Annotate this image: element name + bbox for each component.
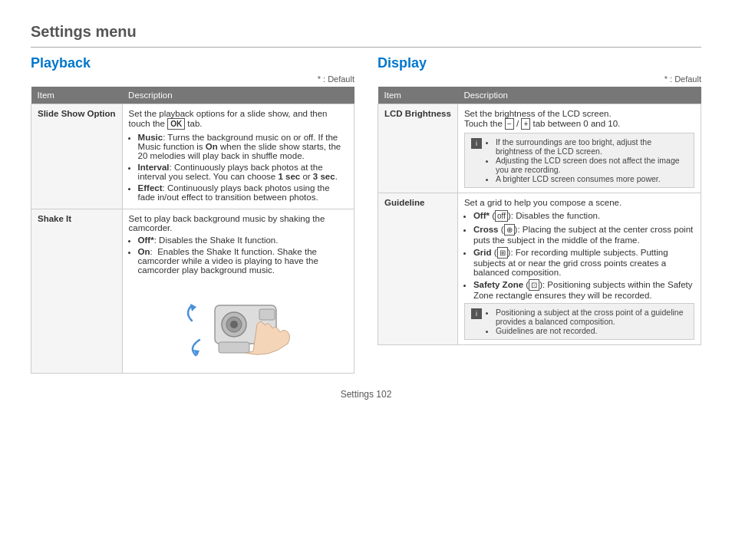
grid-icon: ⊞ [497,247,508,259]
display-col-description: Description [457,87,701,104]
list-item: Interval: Continuously plays back photos… [138,163,348,181]
list-item: Effect: Continuously plays back photos u… [138,183,348,202]
shake-it-description: Set to play back background music by sha… [122,209,354,374]
lcd-intro: Set the brightness of the LCD screen. [464,109,612,118]
list-item: Adjusting the LCD screen does not affect… [496,156,687,174]
page-footer: Settings 102 [31,389,701,400]
lcd-note-box: i If the surroundings are too bright, ad… [464,133,694,188]
table-row: Guideline Set a grid to help you compose… [378,193,701,345]
list-item: Off*: Disables the Shake It function. [138,236,348,245]
slide-show-bullets: Music: Turns the background music on or … [129,133,348,202]
safety-zone-icon: ⊡ [529,279,539,291]
shake-it-intro: Set to play back background music by sha… [129,214,325,232]
note-icon: i [471,308,482,319]
cross-icon: ⊕ [504,224,515,236]
guideline-note-list: Positioning a subject at the cross point… [486,308,687,335]
list-item: Cross (⊕): Placing the subject at the ce… [473,224,694,245]
tab-hint: tab between 0 and 10. [533,119,620,128]
lcd-note-list: If the surroundings are too bright, adju… [486,137,687,183]
guideline-note-box: i Positioning a subject at the cross poi… [464,303,694,340]
slide-show-intro: Set the playback options for a slide sho… [129,109,328,128]
playback-col-item: Item [31,87,123,104]
display-table: Item Description LCD Brightness Set the … [378,87,701,345]
slide-show-item: Slide Show Option [31,104,123,209]
off-icon: off [495,210,508,222]
lcd-brightness-item: LCD Brightness [378,104,458,193]
svg-rect-5 [219,342,249,353]
display-col-item: Item [378,87,458,104]
list-item: Off* (off): Disables the function. [473,210,694,222]
display-default-note: * : Default [378,74,701,84]
guideline-intro: Set a grid to help you compose a scene. [464,198,622,207]
playback-title: Playback [31,55,354,71]
svg-marker-6 [190,304,196,311]
guideline-bullets: Off* (off): Disables the function. Cross… [464,210,694,300]
list-item: Guidelines are not recorded. [496,326,687,335]
table-row: LCD Brightness Set the brightness of the… [378,104,701,193]
list-item: A brighter LCD screen consumes more powe… [496,174,687,183]
table-row: Shake It Set to play back background mus… [31,209,354,374]
list-item: Safety Zone (⊡): Positioning subjects wi… [473,279,694,300]
minus-icon: − [505,118,514,130]
lcd-brightness-description: Set the brightness of the LCD screen. To… [457,104,701,193]
camcorder-graphic [176,282,299,367]
slide-show-after-ok: tab. [187,119,202,128]
playback-default-note: * : Default [31,74,354,84]
playback-section: Playback * : Default Item Description Sl… [31,55,354,374]
guideline-description: Set a grid to help you compose a scene. … [457,193,701,345]
svg-point-3 [230,321,238,328]
page-title: Settings menu [31,23,701,48]
lcd-line2: Touch the [464,119,503,128]
list-item: Grid (⊞): For recording multiple subject… [473,247,694,277]
shake-it-image-area [129,282,348,368]
display-section: Display * : Default Item Description LCD… [378,55,701,374]
slide-show-description: Set the playback options for a slide sho… [122,104,354,209]
note-icon: i [471,138,482,149]
display-title: Display [378,55,701,71]
plus-icon: + [521,118,530,130]
svg-rect-4 [259,309,275,320]
list-item: Music: Turns the background music on or … [138,133,348,160]
list-item: If the surroundings are too bright, adju… [496,137,687,156]
ok-box: OK [167,118,185,130]
playback-col-description: Description [122,87,354,104]
shake-it-bullets: Off*: Disables the Shake It function. On… [129,236,348,275]
list-item: Positioning a subject at the cross point… [496,308,687,326]
list-item: On: Enables the Shake It function. Shake… [138,247,348,275]
playback-table: Item Description Slide Show Option Set t… [31,87,354,374]
shake-it-item: Shake It [31,209,123,374]
guideline-item: Guideline [378,193,458,345]
table-row: Slide Show Option Set the playback optio… [31,104,354,209]
